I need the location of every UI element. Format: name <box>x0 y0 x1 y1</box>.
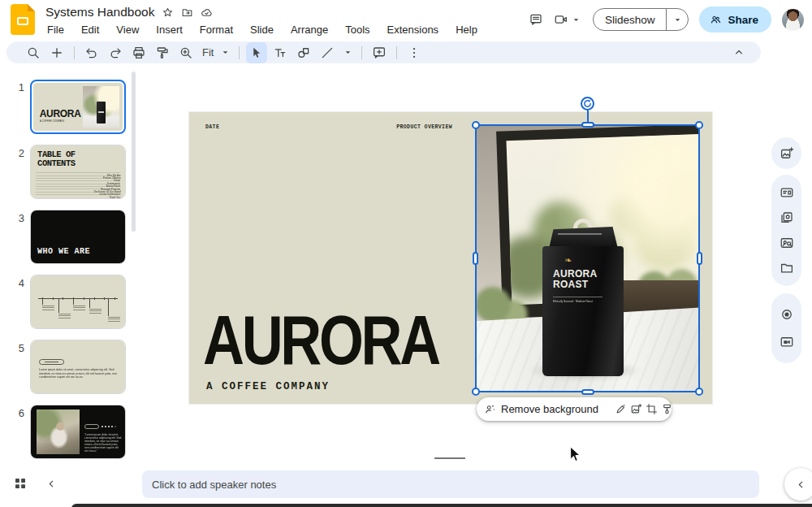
share-button[interactable]: Share <box>699 6 771 32</box>
remove-background-label[interactable]: Remove background <box>499 403 603 415</box>
menu-slide[interactable]: Slide <box>248 23 275 37</box>
bag-logo-glyph: ❧ <box>564 256 572 265</box>
menu-insert[interactable]: Insert <box>154 23 184 37</box>
rotate-handle[interactable] <box>581 97 594 110</box>
recolor-image-icon[interactable] <box>661 400 673 419</box>
insert-comment-icon[interactable] <box>369 42 390 63</box>
slide-canvas[interactable]: DATE PRODUCT OVERVIEW AURORA A COFFEE CO… <box>189 112 712 404</box>
canvas-horizontal-scrollbar[interactable] <box>434 457 465 459</box>
slide-thumbnail-4[interactable] <box>30 275 126 329</box>
menu-view[interactable]: View <box>114 23 140 37</box>
bag-title-line2: ROAST <box>553 279 589 290</box>
line-tool-icon[interactable] <box>317 42 338 63</box>
slide-number-2: 2 <box>10 147 24 159</box>
thumb5-body: Lorem ipsum dolor sit amet, consectetur … <box>39 368 123 379</box>
zoom-in-icon[interactable] <box>175 42 197 63</box>
thumb6-photo <box>37 410 80 455</box>
logo-fold <box>28 4 35 11</box>
new-slide-plus-icon[interactable] <box>46 42 67 63</box>
logo-page-shape <box>17 17 28 25</box>
slide-number-1: 1 <box>10 81 24 93</box>
slide-overview-label[interactable]: PRODUCT OVERVIEW <box>189 124 452 130</box>
menu-format[interactable]: Format <box>198 23 235 37</box>
remove-background-icon[interactable] <box>484 400 496 419</box>
collapse-toolbar-chevron-icon[interactable] <box>732 45 746 59</box>
menu-tools[interactable]: Tools <box>343 23 371 37</box>
toolbar-separator <box>361 46 362 59</box>
star-icon[interactable] <box>162 6 174 19</box>
slide-thumbnail-3[interactable]: WHO WE ARE <box>30 210 126 264</box>
camera-frame-icon[interactable] <box>780 335 794 349</box>
coffee-bag-image[interactable]: ❧ AURORAROAST Ethically Sourced · Medium… <box>475 124 700 392</box>
list-card-icon[interactable] <box>780 185 794 200</box>
slide-thumbnail-5[interactable]: Lorem ipsum dolor sit amet, consectetur … <box>30 340 126 394</box>
mouse-cursor <box>569 446 581 463</box>
select-tool-icon[interactable] <box>246 42 267 63</box>
redo-icon[interactable] <box>105 42 126 63</box>
slides-logo-icon[interactable] <box>11 4 35 35</box>
slideshow-split-button: Slideshow <box>593 8 689 31</box>
account-avatar[interactable] <box>782 9 804 31</box>
toolbar-separator <box>239 46 240 59</box>
paint-format-icon[interactable] <box>152 42 173 63</box>
google-slides-app: Systems Handbook File Edit View Insert F… <box>0 0 812 507</box>
image-person-search-icon[interactable] <box>780 236 794 250</box>
crop-image-icon[interactable] <box>646 400 658 419</box>
menu-arrange[interactable]: Arrange <box>289 23 330 37</box>
document-title[interactable]: Systems Handbook <box>45 5 154 20</box>
slideshow-dropdown[interactable] <box>667 14 688 26</box>
slideshow-button[interactable]: Slideshow <box>594 8 667 31</box>
filmstrip-scrollbar[interactable] <box>132 72 136 232</box>
slide-number-6: 6 <box>10 407 24 419</box>
slide-thumbnail-1[interactable]: AURORA A COFFEE COMPANY <box>30 80 126 134</box>
menu-edit[interactable]: Edit <box>80 23 101 37</box>
slide-thumbnail-2[interactable]: TABLE OFCONTENTS Who We Are Primary Offe… <box>30 145 126 199</box>
print-icon[interactable] <box>128 42 149 63</box>
insert-image-icon[interactable] <box>780 146 794 161</box>
thumb1-subtitle: A COFFEE COMPANY <box>40 119 65 123</box>
search-menus-icon[interactable] <box>23 42 44 63</box>
thumb4-timeline <box>31 275 125 328</box>
collapse-filmstrip-chevron-icon[interactable] <box>45 478 58 490</box>
thumb1-title: AURORA <box>40 108 81 119</box>
speaker-notes-input[interactable]: Click to add speaker notes <box>142 470 759 498</box>
thumb2-toc-rows: Who We Are Primary Offering Vision Testi… <box>36 172 120 194</box>
menu-extensions[interactable]: Extensions <box>386 23 441 37</box>
slide-number-5: 5 <box>10 342 24 354</box>
rail-group-top <box>771 137 801 169</box>
rotate-handle-stem <box>587 110 589 124</box>
thumb6-stars <box>102 426 116 427</box>
photo-stack-icon[interactable] <box>780 210 794 225</box>
cloud-status-icon[interactable] <box>201 6 213 19</box>
coffee-bag: ❧ AURORAROAST Ethically Sourced · Medium… <box>542 227 624 376</box>
textbox-icon[interactable] <box>270 42 291 63</box>
collapse-panel-button[interactable] <box>784 468 812 500</box>
slide-thumbnail-6[interactable]: "Lorem ipsum dolor sit amet, consectetur… <box>30 405 126 459</box>
shapes-icon[interactable] <box>293 42 314 63</box>
undo-icon[interactable] <box>81 42 102 63</box>
header-actions: Slideshow Share <box>529 0 804 39</box>
slide-title[interactable]: AURORA <box>203 307 438 372</box>
line-dropdown-caret[interactable] <box>340 46 355 58</box>
slide-number-3: 3 <box>10 212 24 224</box>
zoom-dropdown-caret[interactable] <box>218 46 232 58</box>
thumb6-body: "Lorem ipsum dolor sit amet, consectetur… <box>84 433 122 453</box>
background-window-edge <box>71 504 812 507</box>
grid-view-icon[interactable] <box>13 476 28 491</box>
menu-help[interactable]: Help <box>454 23 479 37</box>
join-call-button[interactable] <box>554 12 582 27</box>
thumb5-pill <box>39 359 63 365</box>
zoom-level-select[interactable]: Fit <box>199 46 215 58</box>
bag-tagline: Ethically Sourced · Medium Roast <box>553 300 618 303</box>
record-icon[interactable] <box>780 307 794 322</box>
move-folder-icon[interactable] <box>181 6 193 19</box>
toolbar-separator <box>396 46 397 59</box>
comment-history-icon[interactable] <box>529 12 543 27</box>
edit-image-ai-icon[interactable] <box>615 400 627 419</box>
more-options-kebab-icon[interactable] <box>404 42 425 63</box>
replace-image-icon[interactable] <box>630 400 642 419</box>
slide-subtitle[interactable]: A COFFEE COMPANY <box>206 381 330 392</box>
rail-group-middle <box>771 175 801 286</box>
folder-icon[interactable] <box>780 261 794 275</box>
menu-file[interactable]: File <box>45 23 66 37</box>
